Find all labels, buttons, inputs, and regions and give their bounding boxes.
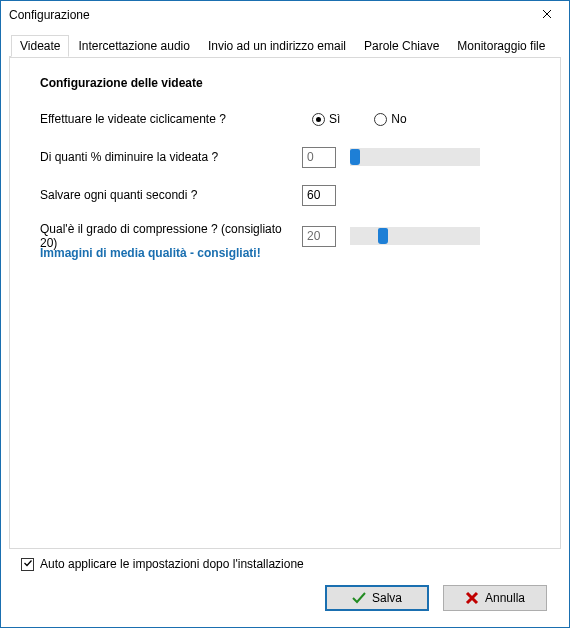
footer: Auto applicare le impostazioni dopo l'in…: [9, 549, 561, 619]
row-reduce: Di quanti % diminuire la videata ?: [40, 146, 538, 168]
radio-yes[interactable]: Sì: [312, 112, 340, 126]
slider-thumb-icon: [378, 228, 388, 244]
content-area: Videate Intercettazione audio Invio ad u…: [1, 29, 569, 627]
slider-thumb-icon: [350, 149, 360, 165]
tab-monitoraggio-file[interactable]: Monitoraggio file: [448, 35, 554, 57]
save-button[interactable]: Salva: [325, 585, 429, 611]
tab-videate[interactable]: Videate: [11, 35, 69, 57]
label-cyclic: Effettuare le videate ciclicamente ?: [40, 112, 302, 126]
tab-intercettazione-audio[interactable]: Intercettazione audio: [69, 35, 198, 57]
radio-yes-label: Sì: [329, 112, 340, 126]
row-cyclic: Effettuare le videate ciclicamente ? Sì …: [40, 108, 538, 130]
close-icon: [542, 8, 552, 22]
label-reduce: Di quanti % diminuire la videata ?: [40, 150, 302, 164]
reduce-input[interactable]: [302, 147, 336, 168]
checkmark-icon: [23, 558, 33, 570]
auto-apply-row: Auto applicare le impostazioni dopo l'in…: [21, 557, 551, 571]
radio-no[interactable]: No: [374, 112, 406, 126]
save-button-label: Salva: [372, 591, 402, 605]
compression-slider[interactable]: [350, 227, 480, 245]
radio-icon: [374, 113, 387, 126]
tab-invio-email[interactable]: Invio ad un indirizzo email: [199, 35, 355, 57]
tab-body-videate: Configurazione delle videate Effettuare …: [10, 57, 560, 548]
close-button[interactable]: [527, 3, 567, 27]
interval-input[interactable]: [302, 185, 336, 206]
auto-apply-checkbox[interactable]: [21, 558, 34, 571]
button-row: Salva Annulla: [19, 585, 551, 611]
row-interval: Salvare ogni quanti secondi ?: [40, 184, 538, 206]
check-icon: [352, 592, 366, 604]
tab-strip: Videate Intercettazione audio Invio ad u…: [11, 35, 561, 57]
auto-apply-label: Auto applicare le impostazioni dopo l'in…: [40, 557, 304, 571]
cyclic-radio-group: Sì No: [312, 112, 407, 126]
label-interval: Salvare ogni quanti secondi ?: [40, 188, 302, 202]
radio-icon: [312, 113, 325, 126]
config-window: Configurazione Videate Intercettazione a…: [0, 0, 570, 628]
cancel-button[interactable]: Annulla: [443, 585, 547, 611]
titlebar: Configurazione: [1, 1, 569, 29]
window-title: Configurazione: [9, 8, 90, 22]
cancel-button-label: Annulla: [485, 591, 525, 605]
compression-input[interactable]: [302, 226, 336, 247]
tab-parole-chiave[interactable]: Parole Chiave: [355, 35, 448, 57]
radio-no-label: No: [391, 112, 406, 126]
tabs-container: Configurazione delle videate Effettuare …: [9, 56, 561, 549]
reduce-slider[interactable]: [350, 148, 480, 166]
x-icon: [465, 591, 479, 605]
section-title: Configurazione delle videate: [40, 76, 538, 90]
